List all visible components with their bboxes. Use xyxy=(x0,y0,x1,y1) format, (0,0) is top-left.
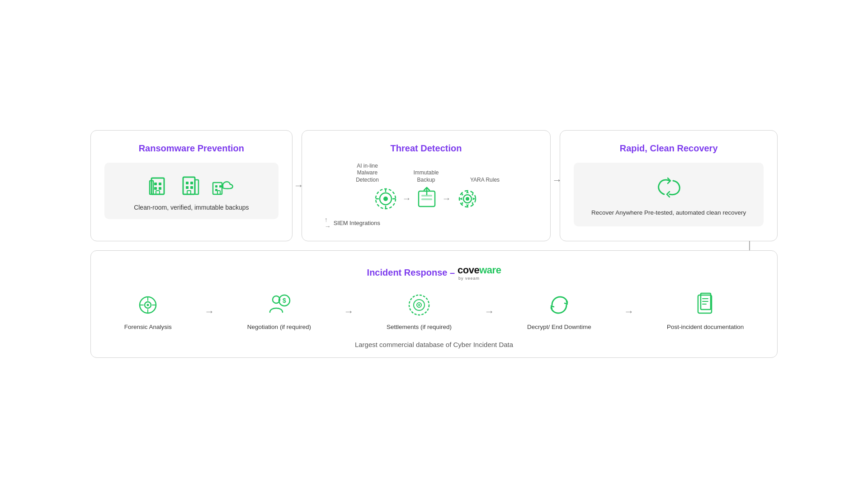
siem-label: SIEM Integrations xyxy=(334,220,380,226)
prevention-icons xyxy=(148,174,235,197)
step4-label: Decrypt/ End Downtime xyxy=(527,323,591,332)
recover-icon xyxy=(651,172,687,203)
immutable-label: Immutable Backup xyxy=(410,169,442,183)
settlements-icon xyxy=(406,291,433,319)
incident-title-prefix: Incident Response – xyxy=(367,267,455,278)
decrypt-icon xyxy=(546,291,573,319)
cloud-building-icon xyxy=(209,174,235,197)
step2-negotiation: $ Negotiation (if required) xyxy=(247,291,311,332)
main-container: Ransomware Prevention xyxy=(72,112,796,376)
svg-rect-10 xyxy=(190,182,193,184)
step3-label: Settlements (if required) xyxy=(387,323,452,332)
coveware-main-text: coveware xyxy=(458,264,501,276)
incident-flow: Forensic Analysis → $ Negotiation (if re… xyxy=(109,291,759,332)
arrow2: → xyxy=(442,193,451,204)
svg-text:$: $ xyxy=(283,297,286,304)
recovery-caption: Recover Anywhere Pre-tested, automated c… xyxy=(591,209,746,217)
svg-point-46 xyxy=(418,304,420,306)
footer-text: Largest commercial database of Cyber Inc… xyxy=(109,341,759,348)
forensic-icon xyxy=(134,291,161,319)
building1-icon xyxy=(148,174,171,197)
step3-settlements: Settlements (if required) xyxy=(387,291,452,332)
arrow-s2-s3: → xyxy=(344,306,354,318)
arrow1: → xyxy=(402,193,411,204)
ai-detection-icon xyxy=(373,186,399,212)
svg-rect-2 xyxy=(154,183,157,185)
recovery-title: Rapid, Clean Recovery xyxy=(574,143,764,154)
svg-rect-11 xyxy=(186,186,189,189)
step5-documentation: Post-incident documentation xyxy=(667,291,744,332)
arrow-prev-detect: → xyxy=(294,180,304,192)
prevention-title: Ransomware Prevention xyxy=(104,143,278,154)
yara-icon xyxy=(455,186,480,212)
svg-rect-8 xyxy=(195,180,198,194)
step2-label: Negotiation (if required) xyxy=(247,323,311,332)
recovery-card: Rapid, Clean Recovery Recover Anywhere P… xyxy=(560,130,778,242)
prevention-caption: Clean-room, verified, immutable backups xyxy=(134,203,249,212)
prevention-card: Ransomware Prevention xyxy=(90,130,292,242)
incident-card: Incident Response – coveware by veeam xyxy=(90,250,778,358)
step1-label: Forensic Analysis xyxy=(124,323,172,332)
step4-decrypt: Decrypt/ End Downtime xyxy=(527,291,591,332)
documentation-icon xyxy=(692,291,719,319)
svg-point-31 xyxy=(466,197,469,201)
step1-forensic: Forensic Analysis xyxy=(124,291,172,332)
prevention-inner: Clean-room, verified, immutable backups xyxy=(104,163,278,220)
svg-rect-7 xyxy=(183,177,195,194)
svg-rect-9 xyxy=(186,182,189,184)
svg-rect-3 xyxy=(159,183,161,185)
svg-rect-15 xyxy=(215,185,217,188)
building2-icon xyxy=(179,174,202,197)
arrow-s4-s5: → xyxy=(624,306,634,318)
svg-point-35 xyxy=(147,304,149,306)
coveware-sub: by veeam xyxy=(458,276,480,281)
coveware-text1: cove xyxy=(458,264,479,276)
svg-rect-16 xyxy=(219,185,222,188)
svg-point-21 xyxy=(383,197,388,201)
incident-title-row: Incident Response – coveware by veeam xyxy=(109,264,759,281)
svg-rect-12 xyxy=(190,186,193,189)
yara-label: YARA Rules xyxy=(469,177,501,184)
coveware-logo: coveware by veeam xyxy=(458,264,501,281)
negotiation-icon: $ xyxy=(265,291,292,319)
ai-label: AI in-line Malware Detection xyxy=(352,163,383,184)
arrow-s1-s2: → xyxy=(204,306,214,318)
coveware-text2: ware xyxy=(479,264,501,276)
svg-rect-28 xyxy=(421,198,432,200)
immutable-backup-icon xyxy=(415,186,439,212)
svg-rect-5 xyxy=(159,187,161,190)
recovery-inner: Recover Anywhere Pre-tested, automated c… xyxy=(574,163,764,226)
step5-label: Post-incident documentation xyxy=(667,323,744,332)
arrow-s3-s4: → xyxy=(485,306,495,318)
detection-card: Threat Detection AI in-line Malware Dete… xyxy=(302,130,551,242)
top-row: Ransomware Prevention xyxy=(90,130,778,242)
arrow-detect-recovery: → xyxy=(552,174,562,186)
svg-rect-4 xyxy=(154,187,157,190)
detection-title: Threat Detection xyxy=(316,143,537,154)
